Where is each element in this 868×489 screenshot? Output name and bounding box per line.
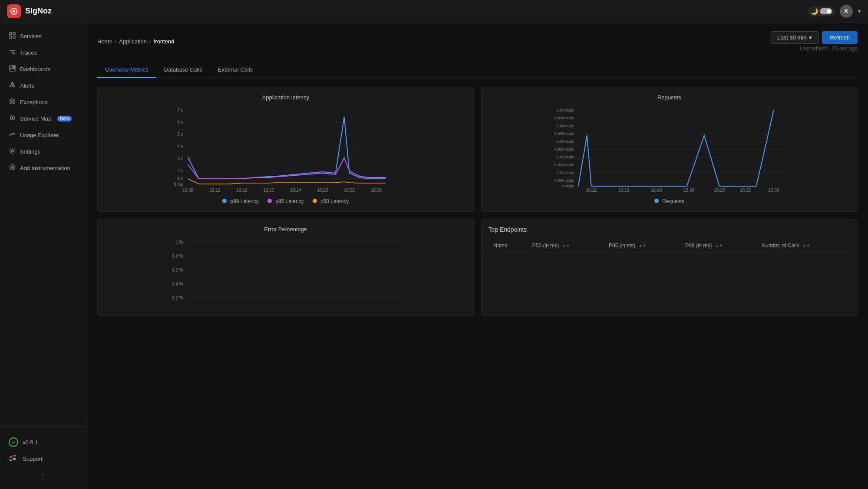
sidebar-item-traces[interactable]: Traces bbox=[0, 44, 86, 61]
svg-text:0.2 %: 0.2 % bbox=[172, 295, 183, 300]
svg-rect-27 bbox=[10, 459, 12, 461]
sort-arrows-p99[interactable]: ▲▼ bbox=[715, 244, 723, 248]
exceptions-icon bbox=[9, 98, 16, 106]
add-instrumentation-label: Add instrumentation bbox=[20, 165, 70, 171]
main-layout: Services Traces Dashboards bbox=[0, 23, 868, 489]
breadcrumb-sep2: / bbox=[149, 38, 151, 45]
svg-text:0.025 req/s: 0.025 req/s bbox=[554, 147, 574, 151]
support-item[interactable]: Support bbox=[9, 450, 78, 467]
svg-text:16:08: 16:08 bbox=[182, 188, 193, 193]
breadcrumb-sep1: / bbox=[115, 38, 117, 45]
alerts-icon bbox=[9, 82, 16, 89]
col-p99: P99 (in ms) ▲▼ bbox=[680, 239, 756, 253]
sidebar: Services Traces Dashboards bbox=[0, 23, 87, 489]
content-inner: Home / Application / frontend Last 30 mi… bbox=[87, 23, 868, 325]
endpoints-table: Name P50 (in ms) ▲▼ P95 (in ms) ▲▼ bbox=[488, 239, 851, 253]
svg-rect-3 bbox=[13, 33, 15, 35]
sidebar-item-exceptions[interactable]: Exceptions bbox=[0, 94, 86, 110]
latency-chart-svg: 7 s 6 s 5 s 4 s 3 s 2 s 1 s 0 ms 16:08 1… bbox=[105, 106, 467, 194]
svg-point-13 bbox=[12, 83, 13, 84]
svg-rect-26 bbox=[13, 455, 16, 456]
top-controls: Last 30 min ▾ Refresh Last refresh - 25 … bbox=[771, 31, 858, 52]
requests-legend: Requests bbox=[488, 198, 851, 204]
col-name: Name bbox=[488, 239, 527, 253]
version-icon bbox=[9, 437, 18, 447]
latency-chart-title: Application latency bbox=[105, 94, 467, 101]
svg-rect-25 bbox=[10, 456, 12, 458]
app-name: SigNoz bbox=[25, 7, 52, 16]
collapse-button[interactable]: ‹ bbox=[9, 467, 78, 482]
svg-text:16:36: 16:36 bbox=[768, 188, 779, 193]
support-label: Support bbox=[23, 456, 43, 462]
sidebar-item-services[interactable]: Services bbox=[0, 28, 86, 44]
sort-arrows-p95[interactable]: ▲▼ bbox=[639, 244, 647, 248]
endpoints-header-row: Name P50 (in ms) ▲▼ P95 (in ms) ▲▼ bbox=[488, 239, 851, 253]
svg-text:16:24: 16:24 bbox=[683, 188, 694, 193]
svg-text:4 s: 4 s bbox=[177, 144, 183, 149]
svg-text:16:20: 16:20 bbox=[263, 188, 274, 193]
svg-text:0.4 %: 0.4 % bbox=[172, 282, 183, 286]
service-map-label: Service Map bbox=[20, 115, 51, 122]
breadcrumb-home[interactable]: Home bbox=[97, 38, 112, 45]
alerts-label: Alerts bbox=[20, 82, 34, 89]
usage-explorer-icon bbox=[9, 131, 16, 139]
endpoints-card: Top Endpoints Name P50 (in ms) ▲▼ bbox=[481, 219, 858, 316]
svg-point-1 bbox=[13, 10, 15, 13]
refresh-button[interactable]: Refresh bbox=[822, 31, 858, 44]
theme-toggle[interactable]: 🌙 bbox=[808, 7, 835, 16]
legend-p99: p99 Latency bbox=[222, 198, 259, 204]
svg-text:0 req/s: 0 req/s bbox=[562, 184, 574, 188]
top-row: Home / Application / frontend Last 30 mi… bbox=[97, 31, 858, 52]
svg-text:0 ms: 0 ms bbox=[174, 182, 183, 187]
svg-text:1 s: 1 s bbox=[177, 176, 183, 181]
tab-external[interactable]: External Calls bbox=[210, 62, 261, 78]
svg-text:0.01 req/s: 0.01 req/s bbox=[556, 171, 574, 175]
support-icon bbox=[9, 454, 18, 463]
svg-text:16:12: 16:12 bbox=[209, 188, 220, 193]
svg-text:0.045 req/s: 0.045 req/s bbox=[554, 116, 574, 120]
svg-text:16:24: 16:24 bbox=[290, 188, 301, 193]
avatar[interactable]: K bbox=[840, 5, 853, 18]
sidebar-item-add-instrumentation[interactable]: Add instrumentation bbox=[0, 160, 86, 176]
svg-text:0.005 req/s: 0.005 req/s bbox=[554, 178, 574, 183]
services-icon bbox=[9, 32, 16, 40]
tab-overview[interactable]: Overview Metrics bbox=[97, 62, 156, 78]
sidebar-item-dashboards[interactable]: Dashboards bbox=[0, 61, 86, 77]
svg-text:0.02 req/s: 0.02 req/s bbox=[556, 155, 574, 159]
breadcrumb-current: frontend bbox=[154, 38, 175, 45]
logo: SigNoz bbox=[7, 4, 52, 18]
charts-grid-row2: Error Percentage 1 % 0.8 % 0.6 % 0.4 % bbox=[97, 219, 858, 316]
svg-text:16:16: 16:16 bbox=[236, 188, 247, 193]
sidebar-item-service-map[interactable]: Service Map Beta bbox=[0, 110, 86, 127]
topbar: SigNoz 🌙 K ▾ bbox=[0, 0, 868, 23]
tab-database[interactable]: Database Calls bbox=[156, 62, 210, 78]
error-chart-svg: 1 % 0.8 % 0.6 % 0.4 % 0.2 % bbox=[105, 238, 467, 308]
svg-text:7 s: 7 s bbox=[177, 108, 183, 112]
svg-text:0.035 req/s: 0.035 req/s bbox=[554, 131, 574, 136]
svg-text:1 %: 1 % bbox=[176, 240, 183, 245]
breadcrumb: Home / Application / frontend bbox=[97, 38, 174, 45]
main-content: Home / Application / frontend Last 30 mi… bbox=[87, 23, 868, 489]
sidebar-item-settings[interactable]: Settings bbox=[0, 143, 86, 160]
svg-text:2 s: 2 s bbox=[177, 168, 183, 173]
settings-icon bbox=[9, 148, 16, 155]
legend-p95: p95 Latency bbox=[267, 198, 304, 204]
svg-text:16:36: 16:36 bbox=[371, 188, 382, 193]
sidebar-nav: Services Traces Dashboards bbox=[0, 23, 86, 427]
svg-text:0.6 %: 0.6 % bbox=[172, 268, 183, 272]
sidebar-item-alerts[interactable]: Alerts bbox=[0, 77, 86, 94]
service-map-badge: Beta bbox=[57, 116, 72, 121]
svg-text:5 s: 5 s bbox=[177, 132, 183, 137]
sort-arrows-calls[interactable]: ▲▼ bbox=[802, 244, 810, 248]
svg-rect-4 bbox=[10, 36, 12, 38]
svg-text:16:28: 16:28 bbox=[317, 188, 328, 193]
endpoints-title: Top Endpoints bbox=[488, 226, 851, 233]
col-p95: P95 (in ms) ▲▼ bbox=[604, 239, 680, 253]
chevron-down-icon[interactable]: ▾ bbox=[858, 8, 861, 14]
charts-grid-row1: Application latency 7 s bbox=[97, 87, 858, 212]
sort-arrows-p50[interactable]: ▲▼ bbox=[562, 244, 570, 248]
time-range-button[interactable]: Last 30 min ▾ bbox=[771, 31, 818, 44]
breadcrumb-application[interactable]: Application bbox=[119, 38, 147, 45]
traces-icon bbox=[9, 49, 16, 56]
sidebar-item-usage-explorer[interactable]: Usage Explorer bbox=[0, 127, 86, 143]
